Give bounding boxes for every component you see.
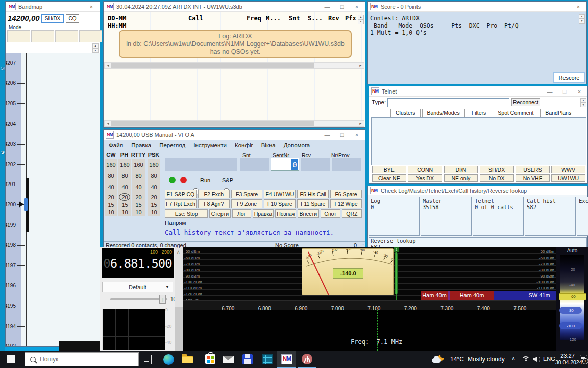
- telnet-command-button[interactable]: SH/DX: [480, 166, 514, 173]
- scroll-right-icon[interactable]: ►: [357, 121, 364, 126]
- band-button[interactable]: 80: [118, 170, 131, 181]
- rcv-field[interactable]: [301, 158, 330, 171]
- gain-slider[interactable]: [395, 252, 398, 294]
- mail-app-icon[interactable]: [223, 356, 234, 363]
- fkey-button[interactable]: F12 Wipe: [330, 199, 362, 208]
- check-titlebar[interactable]: NM Check Log/Master/Telnet/Exch/Call his…: [368, 186, 587, 195]
- band-button[interactable]: 40: [118, 181, 131, 193]
- callsign-field[interactable]: [165, 158, 237, 171]
- spinner-up-icon[interactable]: ▲: [580, 98, 586, 103]
- mode-box[interactable]: [7, 30, 30, 42]
- spinner-up-icon[interactable]: ▲: [358, 15, 364, 19]
- maximize-icon[interactable]: □: [336, 130, 348, 140]
- band-button[interactable]: 40: [132, 181, 145, 193]
- legend-auto-label[interactable]: Auto: [556, 248, 588, 254]
- telnet-type-input[interactable]: [387, 98, 509, 107]
- n1mm-taskbar-button[interactable]: NM: [277, 351, 296, 368]
- log-column-header[interactable]: Snt: [289, 15, 300, 22]
- weather-description[interactable]: Mostly cloudy: [468, 356, 505, 363]
- band-column-rtty[interactable]: 1608040201510: [132, 159, 145, 216]
- menu-item[interactable]: Допомога: [284, 142, 310, 148]
- menu-item[interactable]: Конфіг: [235, 142, 253, 148]
- minimize-icon[interactable]: —: [321, 2, 333, 11]
- fkey-button[interactable]: F4 UW1WU: [264, 190, 296, 198]
- run-radio-label[interactable]: Run: [200, 177, 210, 183]
- spinner-down-icon[interactable]: ▼: [580, 103, 586, 107]
- telnet-tab[interactable]: Filters: [467, 109, 492, 117]
- band-button[interactable]: 10: [148, 209, 160, 216]
- sdr-frequency-display[interactable]: 100 - 2900 06.881.500: [102, 248, 174, 278]
- band-button[interactable]: 160: [148, 159, 160, 170]
- band-button[interactable]: 20: [148, 193, 160, 201]
- telnet-command-button[interactable]: DI/N: [444, 166, 478, 173]
- bandmap-frequency[interactable]: 14200,00: [8, 14, 40, 22]
- sp-radio-label[interactable]: S&P: [222, 177, 233, 183]
- reverse-lookup-pane[interactable]: Reverse lookup 582: [369, 237, 587, 248]
- check-pane[interactable]: Call hist 582: [525, 197, 576, 236]
- file-explorer-icon[interactable]: [182, 356, 193, 363]
- scroll-left-icon[interactable]: ◄: [105, 63, 111, 68]
- entry-titlebar[interactable]: NM 14200,00 USB Manual - VFO A — □ ×: [104, 130, 365, 140]
- resize-grip-icon[interactable]: .::: [360, 243, 364, 247]
- log-column-header[interactable]: Pfx: [345, 15, 356, 22]
- volume-icon[interactable]: [533, 356, 541, 363]
- tray-chevron-icon[interactable]: ∧: [511, 355, 516, 362]
- band-overlay-ham40m[interactable]: Ham 40m: [450, 291, 494, 300]
- log-hscrollbar-bottom[interactable]: ◄ ►: [104, 120, 364, 127]
- minimize-icon[interactable]: —: [321, 130, 333, 140]
- scrollbar-thumb[interactable]: [111, 121, 314, 126]
- fkey-button[interactable]: F10 Spare: [264, 199, 296, 208]
- sdr-panel-scrollbar[interactable]: ∧: [175, 247, 183, 351]
- mode-box[interactable]: [79, 30, 102, 42]
- band-column-cw[interactable]: 1608040201510: [105, 159, 117, 216]
- legend-threshold-handle[interactable]: -60: [559, 293, 586, 300]
- telnet-tab[interactable]: BandPlans: [540, 109, 576, 117]
- log-column-header[interactable]: DD-MM HH:MM: [108, 15, 126, 29]
- spinner-down-icon[interactable]: ▼: [92, 48, 99, 53]
- band-button[interactable]: 40: [105, 181, 117, 193]
- check-pane[interactable]: Master 35158: [421, 197, 472, 236]
- telnet-command-button[interactable]: CONN: [408, 166, 442, 173]
- sdr-waterfall[interactable]: Freq: 7.1 MHz: [183, 310, 556, 351]
- fkey-button[interactable]: F8 Agn?: [198, 199, 230, 208]
- telnet-titlebar[interactable]: NM Telnet — □ ×: [369, 86, 587, 97]
- band-button[interactable]: 80: [132, 170, 145, 181]
- bandmap-tuning-handle[interactable]: [24, 198, 28, 211]
- check-pane[interactable]: Log 0: [369, 197, 420, 236]
- sdr-preset-dropdown[interactable]: Default ▼: [102, 282, 173, 292]
- notifications-icon[interactable]: 1: [580, 355, 587, 362]
- telnet-filter-button[interactable]: Clear NE: [372, 174, 406, 182]
- menu-item[interactable]: Файл: [109, 142, 123, 148]
- close-icon[interactable]: ×: [572, 2, 584, 11]
- log-spinner[interactable]: ▲ ▼: [358, 15, 364, 24]
- band-button[interactable]: 15: [118, 201, 131, 209]
- bandmap-spinner[interactable]: ▲ ▼: [92, 43, 99, 53]
- menu-item[interactable]: Вікна: [261, 142, 276, 148]
- band-button[interactable]: 80: [105, 170, 117, 181]
- mode-box[interactable]: [55, 30, 78, 42]
- sdr-taskbar-button[interactable]: [298, 351, 316, 368]
- bandmap-titlebar[interactable]: NM Bandmap ×: [6, 2, 100, 12]
- esc-stop-button[interactable]: Esc: Stop: [165, 209, 208, 218]
- band-button[interactable]: 40: [148, 181, 160, 193]
- telnet-command-button[interactable]: USERS: [516, 166, 550, 173]
- log-column-header[interactable]: S...: [308, 15, 323, 22]
- telnet-filter-button[interactable]: No VHF: [516, 174, 550, 182]
- menu-item[interactable]: Перегляд: [159, 142, 185, 148]
- scroll-left-icon[interactable]: ◄: [105, 121, 111, 126]
- fkey-button[interactable]: F5 His Call: [297, 190, 329, 198]
- score-titlebar[interactable]: NM Score - 0 Points ×: [368, 2, 586, 12]
- band-button[interactable]: 160: [105, 159, 117, 170]
- band-button[interactable]: 20: [105, 193, 117, 201]
- band-column-ph[interactable]: 1608040201510: [118, 159, 131, 216]
- wifi-icon[interactable]: [522, 356, 530, 362]
- telnet-tab[interactable]: Clusters: [390, 109, 421, 117]
- band-button[interactable]: 20: [132, 193, 145, 201]
- band-button[interactable]: 15: [105, 201, 117, 209]
- sdr-mini-spectrum[interactable]: [102, 309, 165, 350]
- telnet-filter-button[interactable]: Yes DX: [408, 174, 442, 182]
- language-indicator[interactable]: ENG: [543, 356, 555, 362]
- fkey-button[interactable]: F3 Spare: [231, 190, 263, 198]
- band-button[interactable]: 15: [148, 201, 160, 209]
- band-button[interactable]: 80: [148, 170, 160, 181]
